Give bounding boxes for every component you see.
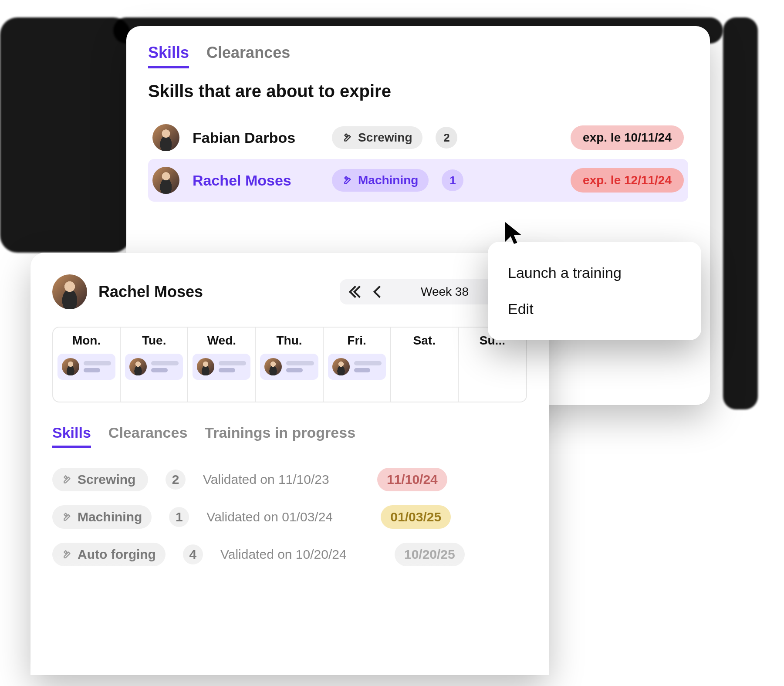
skill-pill: Machining xyxy=(332,169,429,192)
skill-pill: Machining xyxy=(52,505,152,529)
front-header: Rachel Moses Week 38 xyxy=(52,274,527,309)
validated-label: Validated on 10/20/24 xyxy=(220,547,377,562)
next-date-pill: 01/03/25 xyxy=(381,505,451,529)
tab-trainings[interactable]: Trainings in progress xyxy=(205,424,355,448)
cursor-icon xyxy=(501,220,527,246)
schedule-entry[interactable] xyxy=(260,354,318,380)
avatar xyxy=(152,124,179,151)
skill-label: Screwing xyxy=(358,131,412,145)
person-name: Rachel Moses xyxy=(193,172,319,189)
skill-label: Machining xyxy=(358,173,418,187)
week-prev-button[interactable] xyxy=(372,284,387,299)
day-cell[interactable]: Wed. xyxy=(188,328,256,402)
tab-skills[interactable]: Skills xyxy=(52,424,91,448)
day-cell[interactable]: Fri. xyxy=(324,328,391,402)
tab-skills[interactable]: Skills xyxy=(148,44,189,68)
context-menu: Launch a training Edit xyxy=(488,242,701,340)
schedule-entry[interactable] xyxy=(193,354,250,380)
day-label: Wed. xyxy=(193,334,250,348)
day-label: Thu. xyxy=(260,334,318,348)
day-cell[interactable]: Mon. xyxy=(53,328,121,402)
schedule-entry[interactable] xyxy=(328,354,386,380)
week-first-button[interactable] xyxy=(349,284,364,299)
expiry-pill: exp. le 10/11/24 xyxy=(571,125,684,150)
schedule-entry[interactable] xyxy=(125,354,183,380)
schedule-entry[interactable] xyxy=(57,354,115,380)
skill-pill: Screwing xyxy=(52,468,148,491)
expiring-row[interactable]: Fabian Darbos Screwing 2 exp. le 10/11/2… xyxy=(148,116,688,159)
validated-label: Validated on 01/03/24 xyxy=(206,510,363,524)
tab-clearances[interactable]: Clearances xyxy=(108,424,187,448)
skill-row[interactable]: Machining1Validated on 01/03/2401/03/25 xyxy=(52,498,527,536)
validated-label: Validated on 11/10/23 xyxy=(203,472,360,487)
count-badge: 2 xyxy=(166,470,186,490)
tab-clearances[interactable]: Clearances xyxy=(206,44,290,68)
avatar xyxy=(52,274,87,309)
day-label: Mon. xyxy=(57,334,115,348)
section-title: Skills that are about to expire xyxy=(148,81,688,101)
count-badge: 2 xyxy=(436,127,457,149)
skill-row[interactable]: Screwing2Validated on 11/10/2311/10/24 xyxy=(52,461,527,498)
menu-item-launch-training[interactable]: Launch a training xyxy=(488,255,701,291)
skill-row[interactable]: Auto forging4Validated on 10/20/2410/20/… xyxy=(52,536,527,573)
front-tabs: Skills Clearances Trainings in progress xyxy=(52,424,527,448)
avatar xyxy=(264,358,282,375)
avatar xyxy=(129,358,147,375)
menu-item-edit[interactable]: Edit xyxy=(488,291,701,327)
tools-icon xyxy=(62,511,73,523)
day-label: Sat. xyxy=(395,334,453,348)
tools-icon xyxy=(342,132,354,143)
tools-icon xyxy=(62,474,73,485)
week-grid: Mon.Tue.Wed.Thu.Fri.Sat.Su... xyxy=(52,327,527,402)
skill-pill: Auto forging xyxy=(52,543,166,566)
next-date-pill: 10/20/25 xyxy=(395,543,465,566)
next-date-pill: 11/10/24 xyxy=(377,468,447,491)
person-schedule-card: Rachel Moses Week 38 Mon.Tue.Wed.Thu.Fri… xyxy=(30,253,549,675)
avatar xyxy=(62,358,79,375)
expiry-pill: exp. le 12/11/24 xyxy=(571,168,684,193)
person-name: Fabian Darbos xyxy=(193,129,319,146)
skill-label: Machining xyxy=(78,510,142,524)
avatar xyxy=(332,358,350,375)
tools-icon xyxy=(342,175,354,186)
person-name: Rachel Moses xyxy=(98,283,203,301)
skill-label: Screwing xyxy=(78,472,135,487)
back-tabs: Skills Clearances xyxy=(148,44,688,68)
count-badge: 1 xyxy=(442,169,463,191)
day-label: Fri. xyxy=(328,334,386,348)
tools-icon xyxy=(62,549,73,560)
day-cell[interactable]: Sat. xyxy=(391,328,459,402)
day-label: Tue. xyxy=(125,334,183,348)
avatar xyxy=(152,167,179,194)
day-cell[interactable]: Tue. xyxy=(121,328,188,402)
day-cell[interactable]: Thu. xyxy=(256,328,323,402)
count-badge: 4 xyxy=(183,544,203,564)
skill-pill: Screwing xyxy=(332,126,422,149)
expiring-row[interactable]: Rachel Moses Machining 1 exp. le 12/11/2… xyxy=(148,159,688,202)
week-label: Week 38 xyxy=(395,285,495,299)
avatar xyxy=(197,358,214,375)
count-badge: 1 xyxy=(169,507,189,527)
skill-label: Auto forging xyxy=(78,547,156,562)
